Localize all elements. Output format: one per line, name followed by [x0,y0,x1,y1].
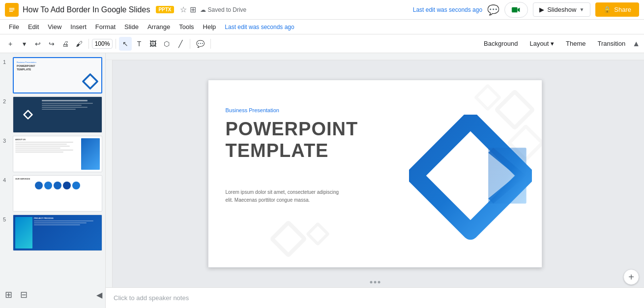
grid-view-large-button[interactable]: ⊟ [18,287,29,302]
svg-rect-8 [488,148,526,204]
menu-file[interactable]: File [5,21,23,32]
slide-thumb-5[interactable]: 5 PROJECT PROCESS [3,215,102,251]
slideshow-button[interactable]: ▶ Slideshow ▼ [533,2,590,17]
slide-thumb-4[interactable]: 4 OUR SERVICES [3,175,102,212]
svg-rect-4 [512,7,518,12]
shapes-tool[interactable]: ⬡ [160,37,173,51]
slide-body-text: Lorem ipsum dolor sit amet, consectetuer… [226,188,339,204]
s5-text: PROJECT PROCESS [34,217,100,248]
svg-rect-1 [9,8,15,9]
share-button[interactable]: 🔒 Share [595,2,639,17]
share-label: Share [614,6,631,13]
menu-edit[interactable]: Edit [24,21,43,32]
menu-format[interactable]: Format [91,21,119,32]
menu-insert[interactable]: Insert [66,21,90,32]
s2-content [41,99,100,130]
speaker-notes[interactable]: Click to add speaker notes [106,287,644,308]
title-icons: ☆ ⊞ [180,5,196,14]
slideshow-label: Slideshow [547,6,576,13]
collapse-panel-button[interactable]: ◀ [96,287,102,302]
meet-button[interactable] [504,2,528,18]
line-tool[interactable]: ╱ [174,37,187,51]
pptx-badge: PPTX [156,6,174,13]
grid-view-small-button[interactable]: ⊞ [3,287,14,302]
menu-view[interactable]: View [44,21,65,32]
svg-rect-3 [9,11,13,12]
watermark-diamond-2 [305,222,329,246]
blue-logo-shape [409,115,532,267]
last-edit-link[interactable]: Last edit was seconds ago [413,6,482,13]
star-icon[interactable]: ☆ [180,5,187,14]
title-bar: How To Add Border In Google Slides PPTX … [0,0,644,20]
canvas-area: Business Presentation POWERPOINT TEMPLAT… [106,53,644,308]
comment-button[interactable]: 💬 [487,4,499,16]
s1-subtitle: Business Presentation [17,61,98,63]
svg-rect-2 [9,9,15,10]
slide-thumb-2[interactable]: 2 [3,96,102,133]
s5-image [15,217,32,248]
background-button[interactable]: Background [479,38,523,49]
saved-status: ☁ Saved to Drive [200,6,247,13]
page-dot-3 [378,281,380,283]
menu-tools[interactable]: Tools [175,21,198,32]
menu-slide[interactable]: Slide [120,21,143,32]
s1-title: POWERPOINTTEMPLATE [17,64,98,71]
separator-4 [210,39,211,49]
add-dropdown[interactable]: ▾ [18,37,30,51]
slide-subtitle: Business Presentation [226,107,279,113]
slide-canvas[interactable]: Business Presentation POWERPOINT TEMPLAT… [208,80,542,268]
comment-tool[interactable]: 💬 [193,37,207,51]
zoom-input[interactable] [92,39,113,49]
undo-button[interactable]: ↩ [31,37,44,51]
textbox-tool[interactable]: T [133,37,146,51]
menu-help[interactable]: Help [199,21,220,32]
watermark-diamond-1 [269,220,307,258]
redo-button[interactable]: ↪ [45,37,58,51]
separator-1 [88,39,89,49]
transition-button[interactable]: Transition [593,38,631,49]
slide-num-2: 2 [3,96,10,104]
slideshow-icon: ▶ [539,6,544,13]
page-dot-2 [374,281,376,283]
lock-icon: 🔒 [603,6,611,13]
drive-icon[interactable]: ⊞ [190,5,196,14]
print-button[interactable]: 🖨 [59,37,72,51]
select-tool[interactable]: ↖ [119,37,132,51]
paint-format-button[interactable]: 🖌 [73,37,86,51]
menu-arrange[interactable]: Arrange [144,21,174,32]
title-right-actions: Last edit was seconds ago 💬 ▶ Slideshow … [411,2,639,18]
add-slide-button[interactable]: + [623,269,639,285]
slide-preview-3[interactable]: ABOUT US [13,136,102,172]
add-button[interactable]: + [4,37,17,51]
slide-num-1: 1 [3,57,10,65]
image-tool[interactable]: 🖼 [146,37,159,51]
collapse-toolbar-button[interactable]: ▲ [632,39,640,48]
layout-button[interactable]: Layout ▾ [525,38,559,49]
slide-thumb-1[interactable]: 1 Business Presentation POWERPOINTTEMPLA… [3,57,102,93]
slide-preview-5[interactable]: PROJECT PROCESS [13,215,102,251]
slide-preview-1[interactable]: Business Presentation POWERPOINTTEMPLATE [13,57,102,93]
cloud-icon: ☁ [200,6,206,13]
slideshow-arrow: ▼ [579,7,584,12]
separator-2 [116,39,116,49]
slide-main-content: Business Presentation POWERPOINT TEMPLAT… [208,80,542,267]
doc-title: How To Add Border In Google Slides [23,5,150,14]
slide-main-title: POWERPOINT TEMPLATE [226,119,358,161]
separator-3 [190,39,190,49]
toolbar: + ▾ ↩ ↪ 🖨 🖌 ↖ T 🖼 ⬡ ╱ 💬 Background Layou… [0,34,644,53]
main-area: 1 Business Presentation POWERPOINTTEMPLA… [0,53,644,308]
ruler-top [106,53,644,60]
page-dot-1 [370,281,372,283]
s3-text-area: ABOUT US [15,138,80,170]
slide-thumb-3[interactable]: 3 ABOUT US [3,136,102,172]
slide-num-4: 4 [3,175,10,183]
saved-label: Saved to Drive [208,6,247,13]
slide-preview-4[interactable]: OUR SERVICES [13,175,102,212]
menu-bar: File Edit View Insert Format Slide Arran… [0,20,644,34]
format-options: Background Layout ▾ Theme Transition ▲ [479,38,640,49]
slide-preview-2[interactable] [13,96,102,133]
slides-panel: 1 Business Presentation POWERPOINTTEMPLA… [0,53,106,308]
canvas-scroll: Business Presentation POWERPOINT TEMPLAT… [106,60,644,287]
theme-button[interactable]: Theme [561,38,590,49]
slide-panel-bottom: ⊞ ⊟ ◀ [3,285,102,304]
